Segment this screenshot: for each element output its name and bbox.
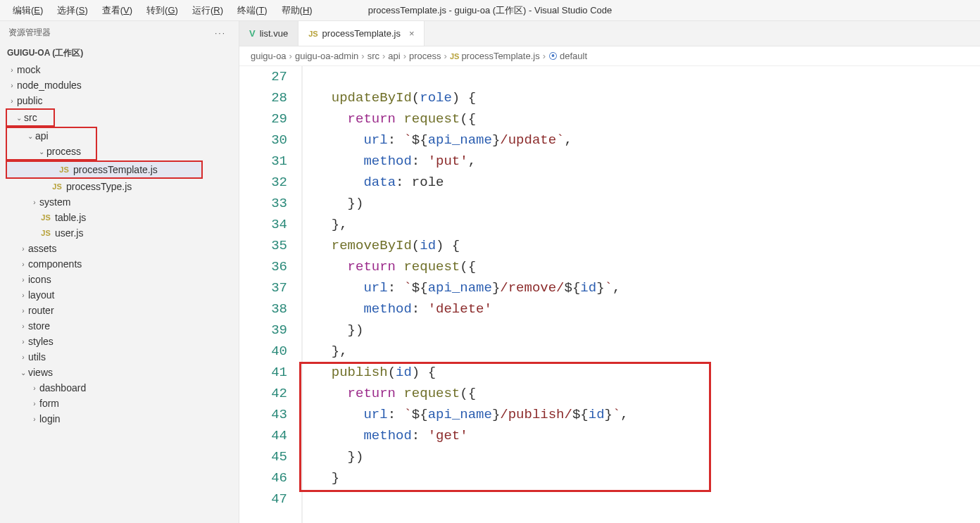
- folder-item[interactable]: ›node_modules: [0, 77, 239, 93]
- code-line[interactable]: },: [315, 214, 980, 235]
- chevron-icon[interactable]: ›: [18, 338, 28, 346]
- chevron-icon[interactable]: ⌄: [25, 132, 35, 140]
- breadcrumb-item[interactable]: api: [388, 51, 400, 61]
- folder-item[interactable]: ›mock: [0, 62, 239, 77]
- breadcrumb-symbol[interactable]: ⦿default: [548, 51, 587, 61]
- folder-item[interactable]: ⌄views: [0, 365, 239, 380]
- code-content[interactable]: updateById(role) { return request({ url:…: [303, 66, 980, 523]
- chevron-icon[interactable]: ›: [7, 82, 17, 89]
- file-item[interactable]: ·JSprocessType.js: [0, 179, 239, 194]
- line-numbers: 2728293031323334353637383940414243444546…: [239, 66, 303, 523]
- chevron-icon[interactable]: ⌄: [14, 114, 24, 122]
- chevron-icon[interactable]: ›: [18, 260, 28, 268]
- code-line[interactable]: return request({: [315, 108, 980, 130]
- folder-item[interactable]: ›form: [0, 396, 239, 411]
- chevron-right-icon: ›: [540, 51, 548, 61]
- chevron-icon[interactable]: ›: [18, 322, 28, 330]
- chevron-icon[interactable]: ›: [18, 353, 28, 361]
- js-file-icon: JS: [39, 213, 52, 222]
- menu-item[interactable]: 终端(T): [230, 1, 275, 20]
- code-line[interactable]: url: `${api_name}/update`,: [315, 130, 980, 151]
- code-line[interactable]: url: `${api_name}/publish/${id}`,: [315, 404, 980, 425]
- menu-item[interactable]: 选择(S): [50, 1, 94, 20]
- chevron-icon[interactable]: ⌄: [18, 369, 28, 377]
- workspace-title[interactable]: GUIGU-OA (工作区): [0, 44, 239, 62]
- breadcrumbs[interactable]: guigu-oa›guigu-oa-admin›src›api›process›…: [239, 46, 980, 66]
- code-line[interactable]: [315, 489, 980, 510]
- folder-item[interactable]: ›layout: [0, 287, 239, 303]
- code-line[interactable]: updateById(role) {: [315, 87, 980, 108]
- chevron-icon[interactable]: ›: [30, 415, 39, 423]
- code-line[interactable]: return request({: [315, 256, 980, 277]
- folder-item[interactable]: ›icons: [0, 272, 239, 287]
- code-line[interactable]: }): [315, 193, 980, 214]
- chevron-icon[interactable]: ›: [7, 66, 17, 74]
- chevron-icon[interactable]: ›: [18, 276, 28, 284]
- code-line[interactable]: method: 'get': [315, 425, 980, 446]
- file-item[interactable]: ·JSprocessTemplate.js: [7, 162, 201, 177]
- more-icon[interactable]: ···: [215, 28, 230, 38]
- chevron-icon[interactable]: ›: [18, 245, 28, 253]
- folder-item[interactable]: ›store: [0, 318, 239, 334]
- code-line[interactable]: removeById(id) {: [315, 235, 980, 256]
- editor-tabs: Vlist.vueJSprocessTemplate.js×: [239, 21, 980, 46]
- chevron-icon[interactable]: ›: [30, 199, 39, 206]
- code-line[interactable]: }): [315, 446, 980, 467]
- breadcrumb-item[interactable]: src: [367, 51, 379, 61]
- code-line[interactable]: },: [315, 341, 980, 362]
- code-line[interactable]: }): [315, 320, 980, 341]
- breadcrumb-item[interactable]: guigu-oa: [251, 51, 287, 61]
- code-line[interactable]: publish(id) {: [315, 362, 980, 383]
- chevron-icon[interactable]: ›: [18, 307, 28, 315]
- folder-item[interactable]: ⌄api: [7, 128, 96, 144]
- window-title: processTemplate.js - guigu-oa (工作区) - Vi…: [368, 4, 612, 17]
- folder-item[interactable]: ›dashboard: [0, 380, 239, 396]
- file-item[interactable]: ·JStable.js: [0, 210, 239, 225]
- tree-item-label: router: [28, 305, 54, 316]
- folder-item[interactable]: ›styles: [0, 334, 239, 349]
- menu-item[interactable]: 帮助(H): [275, 1, 320, 20]
- chevron-right-icon: ›: [287, 51, 295, 61]
- folder-item[interactable]: ›router: [0, 303, 239, 318]
- chevron-icon[interactable]: ⌄: [37, 148, 46, 156]
- chevron-icon[interactable]: ›: [18, 291, 28, 299]
- chevron-right-icon: ›: [441, 51, 450, 61]
- editor-tab[interactable]: JSprocessTemplate.js×: [299, 21, 425, 46]
- folder-item[interactable]: ›assets: [0, 241, 239, 256]
- close-icon[interactable]: ×: [405, 28, 415, 39]
- breadcrumb-item[interactable]: guigu-oa-admin: [295, 51, 358, 61]
- chevron-right-icon: ›: [358, 51, 367, 61]
- tree-item-label: node_modules: [17, 80, 82, 91]
- code-line[interactable]: [315, 66, 980, 87]
- code-line[interactable]: }: [315, 467, 980, 489]
- code-line[interactable]: data: role: [315, 172, 980, 193]
- chevron-icon[interactable]: ›: [30, 384, 39, 392]
- menu-item[interactable]: 转到(G): [139, 1, 185, 20]
- file-item[interactable]: ·JSuser.js: [0, 225, 239, 241]
- code-line[interactable]: method: 'put',: [315, 151, 980, 172]
- code-line[interactable]: return request({: [315, 383, 980, 404]
- menu-item[interactable]: 编辑(E): [6, 1, 50, 20]
- folder-item[interactable]: ›system: [0, 194, 239, 210]
- editor-tab[interactable]: Vlist.vue: [239, 21, 299, 46]
- tree-item-label: public: [17, 95, 43, 106]
- chevron-icon[interactable]: ›: [30, 400, 39, 408]
- code-line[interactable]: url: `${api_name}/remove/${id}`,: [315, 277, 980, 298]
- folder-item[interactable]: ⌄src: [7, 110, 54, 125]
- line-number: 31: [239, 151, 287, 172]
- menu-item[interactable]: 查看(V): [95, 1, 139, 20]
- breadcrumb-item[interactable]: process: [409, 51, 441, 61]
- folder-item[interactable]: ⌄process: [7, 144, 96, 159]
- breadcrumb-file[interactable]: processTemplate.js: [461, 51, 539, 61]
- chevron-icon[interactable]: ›: [7, 97, 17, 105]
- menu-item[interactable]: 运行(R): [185, 1, 230, 20]
- code-line[interactable]: method: 'delete': [315, 298, 980, 320]
- folder-item[interactable]: ›utils: [0, 349, 239, 365]
- code-editor[interactable]: 2728293031323334353637383940414243444546…: [239, 66, 980, 523]
- folder-item[interactable]: ›login: [0, 411, 239, 427]
- folder-item[interactable]: ›public: [0, 93, 239, 108]
- line-number: 37: [239, 277, 287, 298]
- folder-item[interactable]: ›components: [0, 256, 239, 272]
- explorer-sidebar: 资源管理器 ··· GUIGU-OA (工作区) ›mock›node_modu…: [0, 21, 239, 523]
- line-number: 40: [239, 341, 287, 362]
